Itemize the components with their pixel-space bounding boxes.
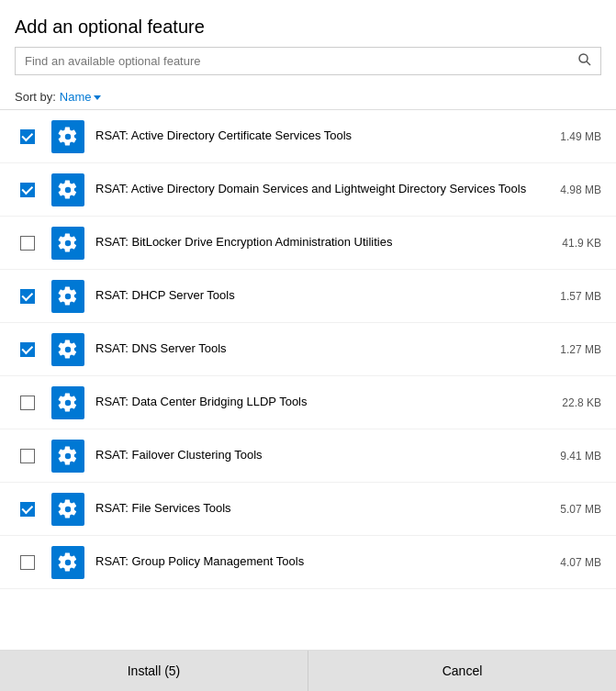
feature-checkbox[interactable] <box>20 502 35 517</box>
gear-icon <box>58 340 78 360</box>
gear-icon <box>58 499 78 519</box>
dialog-title: Add an optional feature <box>15 17 601 38</box>
gear-icon <box>58 393 78 413</box>
list-item[interactable]: RSAT: Failover Clustering Tools 9.41 MB <box>0 429 616 483</box>
search-container <box>0 47 616 84</box>
search-input[interactable] <box>16 48 569 74</box>
feature-icon-box <box>51 120 84 153</box>
svg-point-0 <box>579 54 588 62</box>
search-button[interactable] <box>569 48 600 74</box>
feature-icon-box <box>51 280 84 313</box>
feature-size: 1.49 MB <box>560 130 601 143</box>
gear-icon <box>58 286 78 306</box>
feature-checkbox[interactable] <box>20 449 35 463</box>
feature-icon-box <box>51 440 84 473</box>
feature-name: RSAT: DNS Server Tools <box>95 340 549 357</box>
list-item[interactable]: RSAT: BitLocker Drive Encryption Adminis… <box>0 217 616 270</box>
feature-checkbox[interactable] <box>20 236 35 251</box>
list-item[interactable]: RSAT: Active Directory Certificate Servi… <box>0 110 616 163</box>
feature-icon-box <box>51 333 84 366</box>
search-box <box>15 47 601 75</box>
checkbox-area <box>15 289 40 304</box>
checkbox-area <box>15 129 40 144</box>
gear-icon <box>58 552 78 573</box>
feature-name: RSAT: Data Center Bridging LLDP Tools <box>95 394 551 410</box>
feature-size: 4.07 MB <box>560 556 601 569</box>
list-item[interactable]: RSAT: Data Center Bridging LLDP Tools 22… <box>0 376 616 429</box>
feature-size: 22.8 KB <box>562 396 601 409</box>
feature-list: RSAT: Active Directory Certificate Servi… <box>0 109 616 650</box>
list-item[interactable]: RSAT: DNS Server Tools 1.27 MB <box>0 323 616 376</box>
feature-size: 9.41 MB <box>560 450 601 463</box>
sort-dropdown[interactable]: Name <box>60 90 102 104</box>
add-optional-feature-dialog: Add an optional feature Sort by: Name <box>0 0 616 691</box>
checkbox-area <box>15 502 40 517</box>
dialog-footer: Install (5) Cancel <box>0 650 616 691</box>
checkbox-area <box>15 236 40 251</box>
sort-row: Sort by: Name <box>0 84 616 109</box>
sort-label: Sort by: <box>15 90 56 104</box>
list-item[interactable]: RSAT: File Services Tools 5.07 MB <box>0 483 616 536</box>
feature-checkbox[interactable] <box>20 342 35 357</box>
feature-size: 5.07 MB <box>560 503 601 516</box>
list-item[interactable]: RSAT: Active Directory Domain Services a… <box>0 163 616 217</box>
search-icon <box>578 53 591 66</box>
feature-name: RSAT: DHCP Server Tools <box>95 287 549 304</box>
feature-size: 41.9 KB <box>562 237 601 250</box>
feature-checkbox[interactable] <box>20 289 35 304</box>
feature-checkbox[interactable] <box>20 183 35 197</box>
svg-line-1 <box>587 61 590 65</box>
feature-name: RSAT: Active Directory Certificate Servi… <box>95 128 549 144</box>
feature-size: 4.98 MB <box>560 184 601 196</box>
chevron-down-icon <box>94 95 101 100</box>
feature-name: RSAT: File Services Tools <box>95 500 549 517</box>
checkbox-area <box>15 183 40 197</box>
checkbox-area <box>15 555 40 570</box>
feature-checkbox[interactable] <box>20 555 35 570</box>
feature-name: RSAT: BitLocker Drive Encryption Adminis… <box>95 234 551 251</box>
feature-icon-box <box>51 227 84 260</box>
gear-icon <box>58 446 78 466</box>
sort-value-label: Name <box>60 90 92 104</box>
cancel-button[interactable]: Cancel <box>308 651 616 691</box>
install-button[interactable]: Install (5) <box>0 651 308 691</box>
gear-icon <box>58 233 78 253</box>
gear-icon <box>58 180 78 200</box>
checkbox-area <box>15 342 40 357</box>
feature-checkbox[interactable] <box>20 129 35 144</box>
feature-name: RSAT: Failover Clustering Tools <box>95 447 549 463</box>
checkbox-area <box>15 396 40 410</box>
feature-icon-box <box>51 386 84 419</box>
feature-size: 1.57 MB <box>560 290 601 303</box>
feature-icon-box <box>51 173 84 206</box>
feature-name: RSAT: Group Policy Management Tools <box>95 553 549 570</box>
feature-size: 1.27 MB <box>560 343 601 356</box>
list-item[interactable]: RSAT: DHCP Server Tools 1.57 MB <box>0 270 616 323</box>
feature-icon-box <box>51 493 84 526</box>
gear-icon <box>58 127 78 147</box>
feature-name: RSAT: Active Directory Domain Services a… <box>95 181 549 197</box>
feature-icon-box <box>51 546 84 579</box>
dialog-header: Add an optional feature <box>0 0 616 47</box>
feature-checkbox[interactable] <box>20 396 35 410</box>
list-item[interactable]: RSAT: Group Policy Management Tools 4.07… <box>0 536 616 589</box>
checkbox-area <box>15 449 40 463</box>
